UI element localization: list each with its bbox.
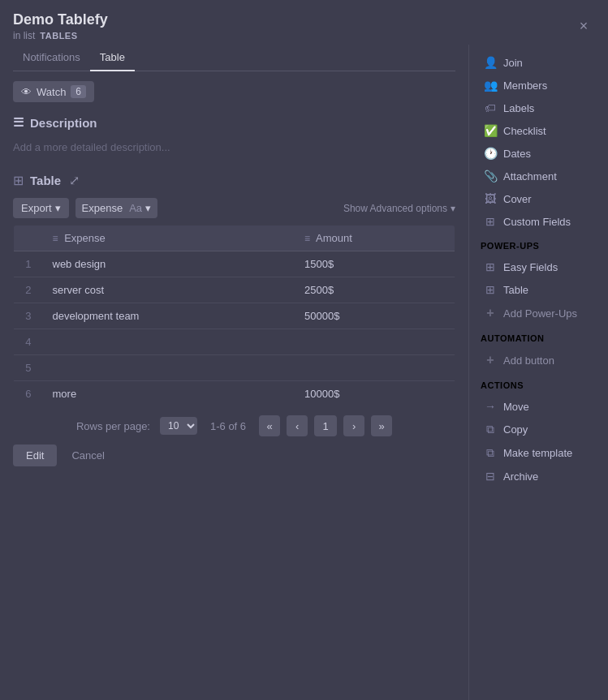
cover-label: Cover (503, 193, 532, 205)
pagination-row: Rows per page: 10 20 50 1-6 of 6 « ‹ › » (13, 415, 455, 436)
sidebar-item-table[interactable]: ⊞ Table (477, 278, 600, 301)
sidebar-item-join[interactable]: 👤 Join (477, 51, 600, 74)
col-expense-header: ≡ Expense (43, 225, 295, 251)
row-col2-3[interactable]: 50000$ (295, 303, 455, 329)
cancel-button[interactable]: Cancel (63, 444, 112, 466)
edit-button[interactable]: Edit (13, 444, 57, 466)
add-power-ups-label: Add Power-Ups (503, 307, 577, 320)
labels-label: Labels (503, 102, 534, 114)
page-first-button[interactable]: « (259, 415, 280, 436)
sidebar-item-dates[interactable]: 🕐 Dates (477, 142, 600, 165)
col-expense-icon: ≡ (53, 233, 58, 244)
copy-label: Copy (503, 423, 528, 436)
row-col2-6[interactable]: 10000$ (295, 381, 455, 407)
power-ups-title: Power-Ups (477, 241, 600, 251)
table-power-label: Table (503, 284, 528, 296)
modal-subtitle: in list TABLES (13, 30, 108, 41)
col-amount-header: ≡ Amount (295, 225, 455, 251)
sidebar-item-move[interactable]: → Move (477, 395, 600, 418)
add-button-label: Add button (503, 354, 554, 367)
advanced-label: Show Advanced options (343, 203, 447, 214)
watch-button[interactable]: 👁 Watch 6 (13, 81, 94, 102)
sidebar-item-attachment[interactable]: 📎 Attachment (477, 165, 600, 187)
row-num-5: 5 (14, 355, 43, 381)
table-row: 3 development team 50000$ (14, 303, 455, 329)
custom-fields-icon: ⊞ (484, 215, 497, 228)
tab-table[interactable]: Table (90, 45, 135, 71)
tables-link[interactable]: TABLES (40, 31, 77, 41)
modal-title: Demo Tablefy (13, 11, 108, 28)
sidebar-item-add-button[interactable]: + Add button (477, 348, 600, 372)
expand-button[interactable]: ⤢ (67, 171, 81, 190)
easy-fields-label: Easy Fields (503, 261, 558, 273)
sidebar-item-add-power-ups[interactable]: + Add Power-Ups (477, 301, 600, 325)
row-col1-6[interactable]: more (43, 381, 295, 407)
sidebar-item-make-template[interactable]: ⧉ Make template (477, 441, 600, 465)
row-col1-1[interactable]: web design (43, 251, 295, 277)
move-label: Move (503, 401, 529, 413)
export-button[interactable]: Export ▾ (13, 198, 69, 218)
watch-count: 6 (71, 85, 86, 98)
row-num-4: 4 (14, 329, 43, 355)
row-col2-2[interactable]: 2500$ (295, 277, 455, 303)
page-last-button[interactable]: » (371, 415, 392, 436)
field-chevron-icon: ▾ (145, 202, 151, 214)
description-title: Description (30, 116, 97, 130)
sidebar-item-custom-fields[interactable]: ⊞ Custom Fields (477, 210, 600, 233)
row-col2-1[interactable]: 1500$ (295, 251, 455, 277)
rows-per-page-label: Rows per page: (76, 420, 150, 432)
export-label: Export (21, 202, 52, 214)
col-amount-icon: ≡ (304, 233, 310, 244)
dates-icon: 🕐 (484, 147, 497, 160)
close-button[interactable]: × (572, 15, 595, 38)
page-prev-button[interactable]: ‹ (287, 415, 308, 436)
make-template-label: Make template (503, 447, 572, 459)
modal-body: Notifications Table 👁 Watch 6 ☰ Descript… (0, 45, 608, 700)
sidebar-item-easy-fields[interactable]: ⊞ Easy Fields (477, 256, 600, 278)
sidebar-item-labels[interactable]: 🏷 Labels (477, 97, 600, 119)
row-col1-4[interactable] (43, 329, 295, 355)
page-next-button[interactable]: › (343, 415, 364, 436)
actions-title: Actions (477, 380, 600, 390)
row-num-header (14, 225, 43, 251)
sidebar-item-members[interactable]: 👥 Members (477, 74, 600, 97)
table-row: 5 (14, 355, 455, 381)
field-name: Expense (82, 202, 123, 214)
advanced-options[interactable]: Show Advanced options ▾ (343, 203, 455, 214)
row-col1-5[interactable] (43, 355, 295, 381)
add-button-icon: + (484, 353, 497, 367)
modal-title-block: Demo Tablefy in list TABLES (13, 11, 108, 41)
sidebar-item-archive[interactable]: ⊟ Archive (477, 465, 600, 487)
custom-fields-label: Custom Fields (503, 216, 571, 228)
row-num-2: 2 (14, 277, 43, 303)
sidebar-item-checklist[interactable]: ✅ Checklist (477, 119, 600, 142)
right-sidebar: 👤 Join 👥 Members 🏷 Labels ✅ Checklist 🕐 … (468, 45, 608, 700)
modal-header: Demo Tablefy in list TABLES × (0, 0, 608, 45)
easy-fields-icon: ⊞ (484, 260, 497, 273)
table-row: 6 more 10000$ (14, 381, 455, 407)
field-type: Aa (129, 202, 142, 214)
page-number-input[interactable] (314, 415, 337, 436)
row-col2-4[interactable] (295, 329, 455, 355)
copy-icon: ⧉ (484, 423, 497, 436)
col-amount-label: Amount (316, 232, 352, 244)
move-icon: → (484, 400, 497, 413)
row-num-6: 6 (14, 381, 43, 407)
row-col1-3[interactable]: development team (43, 303, 295, 329)
make-template-icon: ⧉ (484, 446, 497, 460)
data-table: ≡ Expense ≡ Amount 1 web design 1500$ 2 … (13, 225, 455, 407)
row-col1-2[interactable]: server cost (43, 277, 295, 303)
sidebar-item-cover[interactable]: 🖼 Cover (477, 187, 600, 210)
table-controls-left: Export ▾ Expense Aa ▾ (13, 198, 157, 218)
description-input[interactable]: Add a more detailed description... (13, 136, 455, 158)
table-controls: Export ▾ Expense Aa ▾ Show Advanced opti… (13, 198, 455, 218)
tab-notifications[interactable]: Notifications (13, 45, 90, 71)
row-num-1: 1 (14, 251, 43, 277)
checklist-label: Checklist (503, 125, 546, 137)
field-select[interactable]: Expense Aa ▾ (75, 198, 158, 218)
row-col2-5[interactable] (295, 355, 455, 381)
rows-per-page-select[interactable]: 10 20 50 (160, 417, 197, 435)
add-power-ups-icon: + (484, 306, 497, 320)
cover-icon: 🖼 (484, 192, 497, 205)
sidebar-item-copy[interactable]: ⧉ Copy (477, 418, 600, 441)
